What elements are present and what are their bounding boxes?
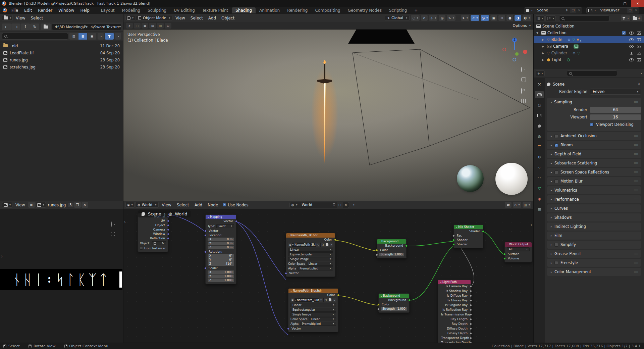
image-datablock-row[interactable]: ▣▾ NarrowPath_3k.hdr ⛉ ❐ ✕	[288, 243, 333, 247]
editor-type-button[interactable]: ▾	[2, 15, 13, 21]
orthographic-grid-icon[interactable]	[521, 99, 526, 103]
output-socket[interactable]	[167, 233, 169, 235]
panel-film[interactable]: ▸Film∷∷	[547, 232, 641, 240]
sword-object[interactable]	[317, 60, 332, 170]
node-canvas[interactable]: Normal UV Object Camera Window Reflectio…	[123, 209, 533, 343]
tab-modifiers-icon[interactable]: ⚙	[535, 153, 544, 161]
use-nodes-toggle[interactable]: ✓ Use Nodes	[222, 203, 248, 207]
tool-option-2-icon[interactable]: ▤	[149, 23, 156, 29]
viewport-menu-add[interactable]: Add	[206, 16, 218, 20]
outliner-row-collection[interactable]: ▼ Collection ✓	[534, 30, 644, 36]
tab-texture-icon[interactable]: ▦	[535, 205, 544, 213]
outliner-row-light[interactable]: ▶ Light	[534, 56, 644, 63]
source-dropdown[interactable]: Single Image▾	[290, 312, 336, 316]
scene-icon[interactable]: ▾	[524, 8, 534, 13]
node-menu-node[interactable]: Node	[205, 203, 220, 207]
tab-scripting[interactable]: Scripting	[385, 7, 411, 13]
file-browser-menu-select[interactable]: Select	[29, 16, 46, 20]
panel-screen-space-reflections[interactable]: ▸Screen Space Reflections∷∷	[547, 168, 641, 176]
tab-render-icon[interactable]	[535, 91, 544, 98]
input-socket[interactable]	[204, 234, 207, 237]
output-socket[interactable]	[470, 328, 472, 330]
scale-z-field[interactable]: Z1.000	[208, 279, 234, 282]
tab-uv-editing[interactable]: UV Editing	[170, 7, 199, 13]
expand-arrow-icon[interactable]: ▶	[542, 38, 545, 41]
copy-icon[interactable]: ❐	[627, 8, 633, 13]
node-mapping[interactable]: Mapping Vector Type:Point▾ Vector Locati…	[205, 214, 236, 284]
expand-toolbar-icon[interactable]: ›	[1, 254, 3, 259]
panel-simplify[interactable]: ▸Simplify∷∷	[547, 241, 641, 249]
tab-texture-paint[interactable]: Texture Paint	[199, 7, 232, 13]
output-socket[interactable]	[167, 229, 169, 231]
rotation-z-field[interactable]: Z414°	[208, 262, 234, 266]
location-z-field[interactable]: Z0 m	[208, 246, 234, 249]
tab-sculpting[interactable]: Sculpting	[144, 7, 170, 13]
display-mode-button[interactable]: ▾	[545, 15, 556, 21]
shading-wireframe-button[interactable]: ⊕	[498, 15, 505, 21]
interpolation-dropdown[interactable]: Linear▾	[290, 303, 336, 307]
display-horizontal-list-button[interactable]: ▦	[78, 33, 87, 40]
output-socket[interactable]	[470, 285, 472, 288]
projection-dropdown[interactable]: Equirectangular▾	[288, 252, 333, 256]
image-datablock-row[interactable]: ▣▾ NarrowPath_Blur.hdr ⛉ ❐ ✕	[290, 298, 336, 302]
fake-user-shield-icon[interactable]: ⛉	[319, 298, 323, 302]
eye-icon[interactable]	[629, 58, 634, 61]
input-socket[interactable]	[204, 230, 207, 232]
location-y-field[interactable]: Y0 m	[208, 242, 234, 245]
panel-color-management[interactable]: ▸Color Management∷∷	[547, 268, 641, 276]
tab-view-layer-icon[interactable]	[535, 112, 544, 119]
tab-physics-icon[interactable]: ◠	[535, 174, 544, 182]
output-socket[interactable]	[470, 337, 472, 339]
expand-sidebar-icon[interactable]: ‹	[530, 222, 532, 227]
tab-particles-icon[interactable]: ⁘	[535, 164, 544, 171]
pin-icon[interactable]: 🖈	[564, 8, 570, 13]
tool-tweak-icon[interactable]: ➤	[126, 23, 133, 29]
fake-user-shield-icon[interactable]: ⛉	[331, 202, 337, 208]
options-dropdown[interactable]: Options▾	[513, 23, 531, 28]
scene-name[interactable]: Scene	[534, 8, 564, 12]
output-socket[interactable]	[470, 309, 472, 311]
display-vertical-list-button[interactable]: ▤	[69, 33, 78, 40]
render-visibility-icon[interactable]	[637, 45, 641, 48]
from-instancer-checkbox[interactable]	[140, 247, 143, 250]
x-neg-axis-ball[interactable]	[502, 48, 506, 51]
input-socket[interactable]	[376, 254, 378, 256]
menu-help[interactable]: Help	[77, 7, 92, 13]
shading-rendered-button[interactable]: ◐▾	[523, 15, 531, 21]
image-icon[interactable]: ▣	[288, 243, 292, 247]
filter-icon[interactable]: ▾	[621, 15, 630, 21]
close-icon[interactable]: ✕	[332, 298, 336, 302]
node-menu-add[interactable]: Add	[192, 203, 205, 207]
menu-render[interactable]: Render	[35, 7, 55, 13]
input-socket[interactable]	[204, 251, 207, 253]
input-socket[interactable]	[376, 249, 378, 251]
panel-depth-of-field[interactable]: ▸Depth of Field∷∷	[547, 150, 641, 158]
camera-view-icon[interactable]	[521, 89, 522, 93]
output-socket[interactable]	[470, 318, 472, 320]
output-socket[interactable]	[405, 245, 408, 247]
back-button[interactable]: ←	[2, 23, 11, 30]
display-mode-dropdown[interactable]: ▾	[98, 33, 104, 40]
tab-animation[interactable]: Animation	[256, 7, 283, 13]
filter-toggle-button[interactable]	[105, 33, 114, 40]
panel-freestyle[interactable]: ▸Freestyle∷∷	[547, 259, 641, 267]
tab-shading[interactable]: Shading	[232, 7, 256, 13]
input-socket[interactable]	[452, 239, 455, 241]
render-visibility-off-icon[interactable]	[637, 52, 641, 55]
image-datablock-icon[interactable]: ▾	[36, 202, 46, 208]
mapping-type-dropdown[interactable]: Point▾	[216, 224, 234, 228]
falloff-dropdown[interactable]: ∿▾	[447, 15, 455, 21]
scale-x-field[interactable]: X1.000	[208, 270, 234, 274]
editor-type-button[interactable]: ☰▾	[536, 15, 545, 21]
output-socket[interactable]	[470, 304, 472, 306]
input-socket[interactable]	[377, 303, 380, 306]
strength-field[interactable]: Strength1.000	[381, 307, 407, 311]
close-icon[interactable]: ✕	[329, 243, 333, 247]
world-icon[interactable]: ◍▾	[290, 202, 299, 208]
file-row-leadplate[interactable]: LeadPlate.tif 04 Sep 20	[0, 49, 123, 56]
node-world-output[interactable]: World Output All▾ Surface Volume	[504, 242, 532, 262]
location-x-field[interactable]: X0 m	[208, 238, 234, 241]
rotation-y-field[interactable]: Y0°	[208, 258, 234, 262]
source-dropdown[interactable]: Single Image▾	[288, 257, 333, 261]
menu-window[interactable]: Window	[55, 7, 77, 13]
